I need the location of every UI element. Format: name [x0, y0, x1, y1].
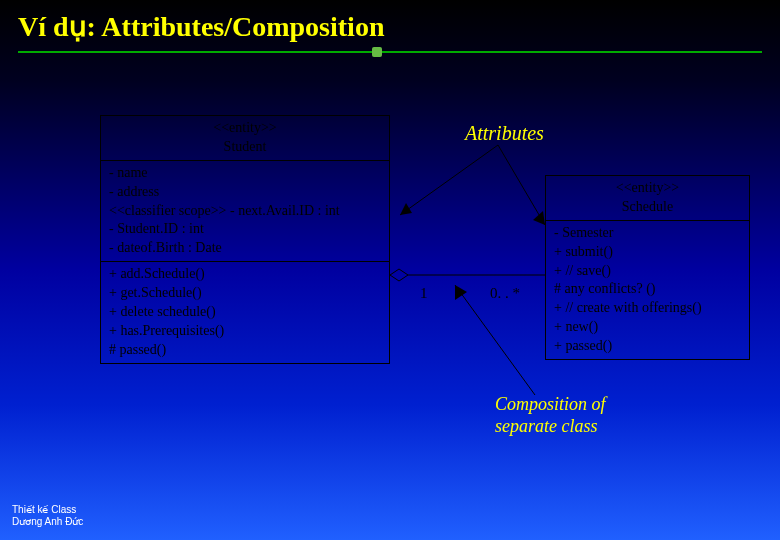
student-attr: - dateof.Birth : Date [109, 239, 381, 258]
schedule-member: # any conflicts? () [554, 280, 741, 299]
schedule-member: + new() [554, 318, 741, 337]
svg-marker-3 [400, 203, 412, 215]
svg-line-2 [400, 145, 498, 215]
uml-student-attrs: - name - address <<classifier scope>> - … [101, 161, 389, 262]
footer-line1: Thiết kế Class [12, 504, 83, 516]
schedule-member: + // create with offerings() [554, 299, 741, 318]
svg-marker-5 [533, 211, 545, 225]
multiplicity-left: 1 [420, 285, 428, 302]
uml-student: <<entity>> Student - name - address <<cl… [100, 115, 390, 364]
student-op: + delete schedule() [109, 303, 381, 322]
slide-title: Ví dụ: Attributes/Composition [0, 0, 780, 49]
uml-schedule: <<entity>> Schedule - Semester + submit(… [545, 175, 750, 360]
student-op: + add.Schedule() [109, 265, 381, 284]
uml-schedule-members: - Semester + submit() + // save() # any … [546, 221, 749, 359]
footer-line2: Dương Anh Đức [12, 516, 83, 528]
student-op: + has.Prerequisites() [109, 322, 381, 341]
schedule-member: - Semester [554, 224, 741, 243]
title-rule [18, 49, 762, 55]
uml-schedule-title: <<entity>> Schedule [546, 176, 749, 221]
svg-marker-1 [390, 269, 408, 281]
schedule-name: Schedule [622, 199, 673, 214]
student-stereotype: <<entity>> [213, 120, 276, 135]
student-attr: <<classifier scope>> - next.Avail.ID : i… [109, 202, 381, 221]
label-composition-text: Composition of separate class [495, 394, 606, 436]
label-attributes: Attributes [465, 122, 544, 145]
student-name: Student [224, 139, 267, 154]
rule-marker [372, 47, 382, 57]
student-op: + get.Schedule() [109, 284, 381, 303]
student-op: # passed() [109, 341, 381, 360]
uml-student-ops: + add.Schedule() + get.Schedule() + dele… [101, 262, 389, 362]
student-attr: - name [109, 164, 381, 183]
uml-student-title: <<entity>> Student [101, 116, 389, 161]
student-attr: - address [109, 183, 381, 202]
svg-marker-7 [455, 285, 467, 300]
student-attr: - Student.ID : int [109, 220, 381, 239]
label-composition: Composition of separate class [495, 394, 606, 437]
schedule-member: + passed() [554, 337, 741, 356]
schedule-member: + submit() [554, 243, 741, 262]
footer-credits: Thiết kế Class Dương Anh Đức [12, 504, 83, 528]
svg-line-4 [498, 145, 545, 225]
schedule-member: + // save() [554, 262, 741, 281]
multiplicity-right: 0. . * [490, 285, 520, 302]
rule-line [18, 51, 762, 53]
schedule-stereotype: <<entity>> [616, 180, 679, 195]
